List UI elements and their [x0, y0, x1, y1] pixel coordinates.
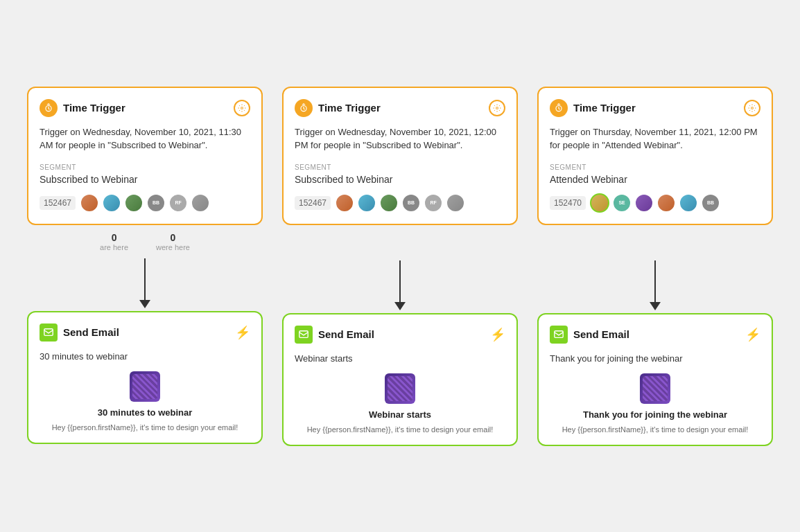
stat-are-count-1: 0	[112, 232, 117, 243]
lightning-icon-3: ⚡	[745, 327, 760, 342]
trigger-title-2: Time Trigger	[318, 102, 381, 114]
action-card-2[interactable]: Send Email ⚡ Webinar starts Webinar star…	[282, 313, 518, 446]
avatar-2-2	[357, 193, 376, 213]
avatar-2-3	[379, 193, 399, 213]
arrow-3	[650, 260, 661, 310]
settings-icon-3[interactable]	[744, 100, 760, 116]
email-preview-2: Webinar starts Hey {{person.firstName}},…	[295, 373, 505, 434]
arrow-2	[394, 260, 406, 310]
email-icon-3	[550, 326, 568, 344]
trigger-title-3: Time Trigger	[573, 102, 636, 114]
email-thumbnail-2	[385, 373, 415, 404]
column-2: Time Trigger Trigger on Wednesday, Novem…	[282, 87, 518, 446]
avatar-bb-2: BB	[401, 193, 421, 213]
segment-name-1: Subscribed to Webinar	[40, 174, 250, 185]
avatar-2	[102, 193, 121, 213]
trigger-header-2: Time Trigger	[295, 99, 505, 117]
page-container: Time Trigger Trigger on Wednesday, Novem…	[6, 66, 794, 467]
trigger-title-1: Time Trigger	[63, 102, 125, 114]
avatar-1	[80, 193, 99, 213]
stat-were-count-1: 0	[171, 232, 176, 243]
avatars-row-3: 152470 SE BB	[550, 193, 760, 213]
settings-icon-1[interactable]	[234, 100, 250, 116]
email-preview-text-3: Hey {{person.firstName}}, it's time to d…	[562, 425, 749, 434]
stat-were-here-1: 0 were here	[156, 232, 190, 251]
arrow-line-3	[654, 260, 656, 302]
action-card-1[interactable]: Send Email ⚡ 30 minutes to webinar 30 mi…	[27, 311, 263, 444]
stats-row-1: 0 are here 0 were here	[100, 232, 190, 251]
settings-icon-2[interactable]	[489, 100, 505, 116]
email-subject-2: Webinar starts	[295, 353, 505, 364]
action-title-2: Send Email	[318, 328, 374, 340]
email-thumbnail-1	[130, 371, 160, 402]
email-name-3: Thank you for joining the webinar	[583, 409, 727, 420]
trigger-header-3: Time Trigger	[550, 99, 760, 117]
trigger-desc-2: Trigger on Wednesday, November 10, 2021,…	[295, 125, 505, 152]
email-preview-1: 30 minutes to webinar Hey {{person.first…	[40, 371, 250, 432]
segment-name-2: Subscribed to Webinar	[295, 174, 505, 185]
email-subject-1: 30 minutes to webinar	[40, 351, 250, 362]
svg-point-1	[241, 107, 243, 109]
arrow-line-1	[144, 258, 146, 300]
trigger-desc-1: Trigger on Wednesday, November 10, 2021,…	[40, 125, 250, 152]
avatar-3-2	[634, 193, 654, 213]
arrow-head-2	[394, 302, 406, 310]
email-name-1: 30 minutes to webinar	[98, 407, 193, 418]
segment-label-2: SEGMENT	[295, 163, 505, 171]
trigger-header-1: Time Trigger	[40, 99, 250, 117]
arrow-head-3	[650, 302, 661, 310]
stat-are-here-1: 0 are here	[100, 232, 128, 251]
svg-rect-2	[44, 329, 53, 336]
avatar-count-2: 152467	[295, 196, 331, 210]
arrow-line-2	[399, 260, 401, 302]
arrow-1	[139, 258, 150, 308]
action-header-1: Send Email ⚡	[40, 323, 250, 342]
avatar-bb-1: BB	[146, 193, 166, 213]
trigger-card-3[interactable]: Time Trigger Trigger on Thursday, Novemb…	[537, 87, 773, 225]
avatar-count-3: 152470	[550, 196, 586, 210]
avatar-bb-3: BB	[701, 193, 720, 213]
email-preview-3: Thank you for joining the webinar Hey {{…	[550, 373, 760, 434]
arrow-head-1	[139, 300, 150, 308]
email-preview-text-1: Hey {{person.firstName}}, it's time to d…	[52, 423, 238, 432]
email-name-2: Webinar starts	[369, 409, 431, 420]
action-title-3: Send Email	[573, 328, 629, 340]
avatar-rf-1: RF	[168, 193, 188, 213]
avatar-3-1	[590, 193, 609, 213]
avatars-row-2: 152467 BB RF	[295, 193, 505, 213]
svg-point-4	[496, 107, 498, 109]
timer-icon-2	[295, 99, 313, 117]
trigger-card-1[interactable]: Time Trigger Trigger on Wednesday, Novem…	[27, 87, 263, 225]
email-subject-3: Thank you for joining the webinar	[550, 353, 760, 364]
timer-icon-1	[40, 99, 58, 117]
email-preview-text-2: Hey {{person.firstName}}, it's time to d…	[307, 425, 494, 434]
segment-label-3: SEGMENT	[550, 163, 760, 171]
lightning-icon-2: ⚡	[490, 327, 505, 342]
segment-label-1: SEGMENT	[40, 163, 250, 171]
avatar-count-1: 152467	[40, 196, 76, 210]
action-title-1: Send Email	[63, 326, 119, 338]
timer-icon-3	[550, 99, 568, 117]
svg-rect-8	[555, 331, 563, 338]
avatar-3-4	[679, 193, 698, 213]
stat-are-label-1: are here	[100, 243, 128, 251]
svg-rect-5	[299, 331, 308, 338]
email-thumbnail-3	[640, 373, 670, 404]
avatars-row-1: 152467 BB RF	[40, 193, 250, 213]
column-3: Time Trigger Trigger on Thursday, Novemb…	[537, 87, 773, 446]
trigger-card-2[interactable]: Time Trigger Trigger on Wednesday, Novem…	[282, 87, 518, 225]
lightning-icon-1: ⚡	[235, 325, 250, 340]
avatar-4	[191, 193, 210, 213]
column-1: Time Trigger Trigger on Wednesday, Novem…	[27, 87, 263, 444]
avatar-se-3: SE	[612, 193, 632, 213]
action-header-2: Send Email ⚡	[295, 326, 505, 344]
email-icon-2	[295, 326, 313, 344]
svg-point-7	[751, 107, 754, 109]
action-header-3: Send Email ⚡	[550, 326, 760, 344]
avatar-rf-2: RF	[424, 193, 443, 213]
avatar-3-3	[656, 193, 676, 213]
avatar-3	[124, 193, 144, 213]
action-card-3[interactable]: Send Email ⚡ Thank you for joining the w…	[537, 313, 773, 446]
avatar-2-1	[335, 193, 354, 213]
avatar-2-4	[446, 193, 465, 213]
